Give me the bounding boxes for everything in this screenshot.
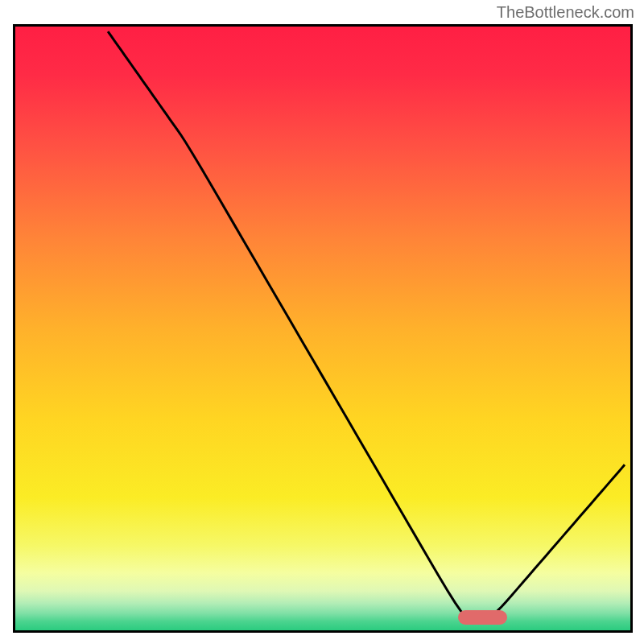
svg-rect-0 bbox=[15, 27, 630, 630]
optimum-marker bbox=[458, 610, 507, 625]
chart-container: TheBottleneck.com bbox=[0, 0, 644, 644]
plot-area bbox=[13, 24, 633, 633]
gradient-background bbox=[15, 27, 630, 630]
watermark-text: TheBottleneck.com bbox=[497, 3, 634, 22]
